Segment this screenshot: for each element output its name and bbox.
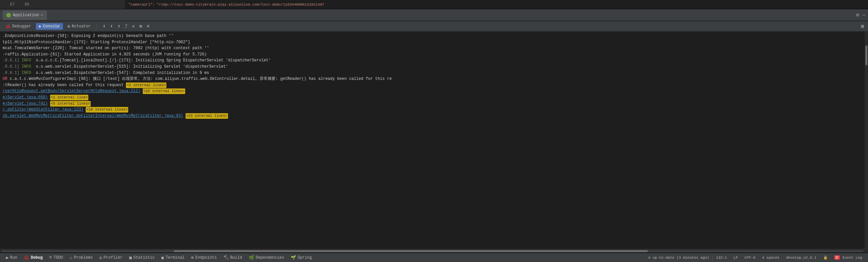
- action-btn-1[interactable]: ⬇: [101, 23, 107, 30]
- line-ending: LF: [734, 256, 738, 260]
- layout-icon[interactable]: ⊞: [861, 23, 864, 30]
- status-todo[interactable]: ≡ TODO: [46, 253, 66, 262]
- console-line-4: -raffic.Application-[61]: Started Applic…: [3, 52, 862, 58]
- statistic-icon: ▦: [129, 255, 132, 260]
- status-cursor[interactable]: 132:1: [713, 256, 730, 260]
- status-dependencies[interactable]: 🌿 Dependencies: [246, 253, 287, 262]
- build-icon: 🔨: [223, 255, 229, 260]
- toolbar-right: ⊞: [861, 23, 866, 30]
- debugger-label: Debugger: [12, 24, 31, 29]
- vscroll-thumb[interactable]: [865, 46, 867, 65]
- internal-lines-badge-2[interactable]: <15 internal lines>: [143, 88, 185, 94]
- line-numbers-area: 87 88: [0, 2, 125, 7]
- status-problems[interactable]: ⚠ Problems: [66, 253, 96, 262]
- internal-lines-badge-6[interactable]: <23 internal lines>: [186, 113, 228, 119]
- toolbar-separator: [97, 23, 97, 29]
- status-event-log[interactable]: 2 Event Log: [831, 255, 865, 260]
- minimize-icon[interactable]: —: [862, 12, 865, 18]
- link-4[interactable]: r.doFilter(WebStatFilter.java:123): [3, 107, 83, 113]
- link-5[interactable]: sb.servlet.WebMvcMetricsFilter.doFilterI…: [3, 113, 183, 119]
- action-btn-5[interactable]: ✕: [130, 23, 136, 30]
- console-line-7: .0.0.1] INFO o.s.web.servlet.DispatcherS…: [3, 70, 862, 76]
- toolbar-actions: ⬇ ⬇ ⬆ ⤴ ✕ ⊞ ≡: [101, 23, 151, 30]
- file-content-preview: "cameraUrl": "rtmp://tocc-demo-citybrain…: [125, 0, 868, 9]
- build-label: Build: [230, 255, 242, 260]
- bottom-status-text: e up-to-date (3 minutes ago): [648, 256, 709, 260]
- encoding-label: UTF-8: [744, 256, 755, 260]
- console-label: Console: [43, 24, 59, 29]
- line-number-87: 87: [10, 2, 14, 7]
- action-btn-6[interactable]: ⊞: [138, 23, 143, 30]
- console-area: .EndpointLinksResolver-[58]: Exposing 2 …: [0, 32, 865, 253]
- indent-label: 4 spaces: [762, 256, 779, 260]
- internal-lines-badge-4[interactable]: <5 internal lines>: [50, 101, 91, 107]
- terminal-icon: ▣: [161, 255, 164, 260]
- tab-actuator[interactable]: ⚙ Actuator: [64, 23, 94, 30]
- action-btn-2[interactable]: ⬇: [109, 23, 114, 30]
- status-statistic[interactable]: ▦ Statistic: [126, 253, 158, 262]
- profiler-label: Profiler: [103, 255, 123, 260]
- status-endpoints[interactable]: ⊕ Endpoints: [188, 253, 220, 262]
- scroll-track[interactable]: [1, 250, 863, 252]
- tab-debugger[interactable]: 🐞 Debugger: [2, 23, 35, 30]
- console-line-3: mcat.TomcatWebServer-[220]: Tomcat start…: [3, 45, 862, 52]
- status-encoding[interactable]: UTF-8: [741, 256, 758, 260]
- branch-name: develop_v2.0.1: [786, 256, 816, 260]
- endpoints-label: Endpoints: [195, 255, 217, 260]
- lock-icon: 🔒: [823, 255, 828, 260]
- console-line-8: OR c.a.t.c.WebMvcConfigurerImpl-[88]: 接口…: [3, 76, 862, 82]
- internal-lines-badge-1[interactable]: <2 internal lines>: [126, 83, 166, 88]
- status-spring[interactable]: 🌱 Spring: [287, 253, 315, 262]
- dependencies-label: Dependencies: [256, 255, 284, 260]
- internal-lines-badge-3[interactable]: <1 internal line>: [50, 95, 88, 100]
- run-label: Run: [10, 255, 18, 260]
- internal-lines-badge-5[interactable]: <10 internal lines>: [86, 107, 128, 113]
- status-terminal[interactable]: ▣ Terminal: [158, 253, 188, 262]
- status-profiler[interactable]: ◎ Profiler: [96, 253, 126, 262]
- horizontal-scrollbar[interactable]: [0, 249, 865, 253]
- status-indent[interactable]: 4 spaces: [758, 256, 783, 260]
- app-tab-icon: [6, 13, 11, 18]
- console-line-13: r.doFilter(WebStatFilter.java:123) <10 i…: [3, 107, 862, 113]
- action-btn-7[interactable]: ≡: [145, 23, 151, 30]
- settings-icon[interactable]: ⚙: [856, 12, 859, 18]
- todo-icon: ≡: [49, 255, 52, 260]
- application-tab[interactable]: Application ×: [3, 10, 47, 20]
- app-tab-bar: Application × ⚙ —: [0, 9, 868, 21]
- debug-label: Debug: [31, 255, 42, 260]
- link-1[interactable]: rverHttpRequest.getBody(ServletServerHtt…: [3, 88, 141, 94]
- spring-label: Spring: [298, 255, 312, 260]
- console-line-1: .EndpointLinksResolver-[58]: Exposing 2 …: [3, 33, 862, 39]
- app-tab-label: Application: [13, 13, 39, 18]
- status-build[interactable]: 🔨 Build: [220, 253, 246, 262]
- status-branch[interactable]: develop_v2.0.1: [783, 256, 819, 260]
- link-2[interactable]: ⊕)Servlet.java:660): [3, 94, 48, 100]
- spring-icon: 🌱: [291, 255, 296, 260]
- console-icon: ▶: [39, 24, 41, 28]
- todo-label: TODO: [53, 255, 63, 260]
- status-bottom-status: e up-to-date (3 minutes ago): [645, 256, 712, 260]
- status-run[interactable]: ▶ Run: [3, 253, 21, 262]
- action-btn-4[interactable]: ⤴: [124, 23, 128, 30]
- scroll-thumb[interactable]: [174, 250, 648, 252]
- console-line-10: rverHttpRequest.getBody(ServletServerHtt…: [3, 88, 862, 94]
- status-lock[interactable]: 🔒: [820, 255, 831, 260]
- tab-console[interactable]: ▶ Console: [36, 23, 63, 30]
- problems-label: Problems: [74, 255, 93, 260]
- app-tab-close[interactable]: ×: [41, 13, 43, 17]
- event-log-label: Event Log: [843, 256, 862, 260]
- top-file-strip: 87 88 "cameraUrl": "rtmp://tocc-demo-cit…: [0, 0, 868, 9]
- console-line-14: sb.servlet.WebMvcMetricsFilter.doFilterI…: [3, 113, 862, 119]
- status-lf[interactable]: LF: [730, 256, 741, 260]
- vertical-scrollbar[interactable]: [865, 32, 868, 253]
- status-debug[interactable]: 🐞 Debug: [21, 253, 46, 262]
- dependencies-icon: 🌿: [249, 255, 254, 260]
- action-btn-3[interactable]: ⬆: [116, 23, 122, 30]
- actuator-label: Actuator: [71, 24, 91, 29]
- console-line-2: tp11.Http11NioProtocolHandler-[173]: Sta…: [3, 39, 862, 46]
- link-3[interactable]: ⊕)Servlet.java:741): [3, 100, 48, 107]
- debugger-icon: 🐞: [5, 24, 10, 29]
- problems-icon: ⚠: [69, 255, 72, 260]
- event-log-badge: 2: [834, 255, 840, 260]
- status-right: e up-to-date (3 minutes ago) 132:1 LF UT…: [645, 255, 865, 260]
